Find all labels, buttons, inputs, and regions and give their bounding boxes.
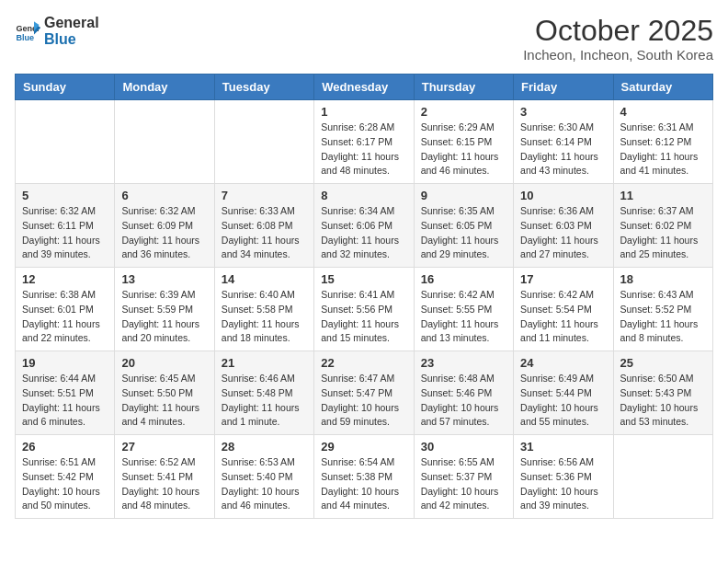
calendar-cell: 14Sunrise: 6:40 AMSunset: 5:58 PMDayligh… bbox=[214, 268, 313, 351]
day-number: 25 bbox=[620, 356, 706, 370]
day-number: 2 bbox=[421, 105, 506, 119]
logo-icon: General Blue bbox=[15, 18, 40, 44]
calendar-cell: 1Sunrise: 6:28 AMSunset: 6:17 PMDaylight… bbox=[314, 100, 414, 184]
day-info: Sunrise: 6:55 AMSunset: 5:37 PMDaylight:… bbox=[421, 455, 506, 513]
calendar-week-2: 5Sunrise: 6:32 AMSunset: 6:11 PMDaylight… bbox=[16, 184, 713, 268]
weekday-header-tuesday: Tuesday bbox=[214, 75, 313, 100]
month-title: October 2025 bbox=[523, 15, 713, 47]
calendar-cell: 7Sunrise: 6:33 AMSunset: 6:08 PMDaylight… bbox=[214, 184, 313, 268]
calendar-cell: 16Sunrise: 6:42 AMSunset: 5:55 PMDayligh… bbox=[414, 268, 513, 351]
day-info: Sunrise: 6:50 AMSunset: 5:43 PMDaylight:… bbox=[620, 372, 706, 430]
weekday-header-thursday: Thursday bbox=[414, 75, 513, 100]
weekday-header-sunday: Sunday bbox=[16, 75, 115, 100]
calendar-week-3: 12Sunrise: 6:38 AMSunset: 6:01 PMDayligh… bbox=[16, 268, 713, 351]
calendar-cell: 31Sunrise: 6:56 AMSunset: 5:36 PMDayligh… bbox=[514, 435, 613, 519]
calendar-cell: 18Sunrise: 6:43 AMSunset: 5:52 PMDayligh… bbox=[613, 268, 712, 351]
day-info: Sunrise: 6:39 AMSunset: 5:59 PMDaylight:… bbox=[121, 288, 207, 346]
day-info: Sunrise: 6:34 AMSunset: 6:06 PMDaylight:… bbox=[321, 204, 406, 262]
calendar-cell bbox=[214, 100, 313, 184]
day-number: 7 bbox=[222, 189, 307, 202]
calendar-body: 1Sunrise: 6:28 AMSunset: 6:17 PMDaylight… bbox=[16, 100, 713, 519]
calendar-cell: 11Sunrise: 6:37 AMSunset: 6:02 PMDayligh… bbox=[613, 184, 712, 268]
calendar-cell: 15Sunrise: 6:41 AMSunset: 5:56 PMDayligh… bbox=[314, 268, 414, 351]
day-number: 20 bbox=[121, 356, 207, 370]
day-number: 30 bbox=[421, 440, 506, 454]
calendar-cell: 26Sunrise: 6:51 AMSunset: 5:42 PMDayligh… bbox=[16, 435, 115, 519]
calendar-cell: 29Sunrise: 6:54 AMSunset: 5:38 PMDayligh… bbox=[314, 435, 414, 519]
calendar-cell: 8Sunrise: 6:34 AMSunset: 6:06 PMDaylight… bbox=[314, 184, 414, 268]
calendar-cell: 4Sunrise: 6:31 AMSunset: 6:12 PMDaylight… bbox=[613, 100, 712, 184]
day-info: Sunrise: 6:54 AMSunset: 5:38 PMDaylight:… bbox=[321, 455, 406, 513]
calendar-cell bbox=[115, 100, 214, 184]
day-info: Sunrise: 6:29 AMSunset: 6:15 PMDaylight:… bbox=[421, 121, 506, 178]
day-number: 19 bbox=[22, 356, 108, 370]
day-number: 23 bbox=[421, 356, 506, 370]
day-number: 31 bbox=[520, 440, 606, 454]
calendar-cell: 5Sunrise: 6:32 AMSunset: 6:11 PMDaylight… bbox=[16, 184, 115, 268]
day-number: 13 bbox=[121, 272, 207, 286]
day-info: Sunrise: 6:36 AMSunset: 6:03 PMDaylight:… bbox=[520, 204, 606, 262]
calendar-cell: 19Sunrise: 6:44 AMSunset: 5:51 PMDayligh… bbox=[16, 351, 115, 435]
day-info: Sunrise: 6:37 AMSunset: 6:02 PMDaylight:… bbox=[620, 204, 706, 262]
calendar-cell: 21Sunrise: 6:46 AMSunset: 5:48 PMDayligh… bbox=[214, 351, 313, 435]
weekday-header-friday: Friday bbox=[514, 75, 613, 100]
logo: General Blue General Blue bbox=[15, 15, 99, 47]
day-info: Sunrise: 6:43 AMSunset: 5:52 PMDaylight:… bbox=[620, 288, 706, 346]
calendar-cell: 24Sunrise: 6:49 AMSunset: 5:44 PMDayligh… bbox=[514, 351, 613, 435]
day-info: Sunrise: 6:32 AMSunset: 6:11 PMDaylight:… bbox=[22, 204, 108, 262]
day-number: 9 bbox=[421, 189, 506, 202]
day-number: 29 bbox=[321, 440, 406, 454]
day-info: Sunrise: 6:42 AMSunset: 5:55 PMDaylight:… bbox=[421, 288, 506, 346]
calendar-cell: 9Sunrise: 6:35 AMSunset: 6:05 PMDaylight… bbox=[414, 184, 513, 268]
svg-text:Blue: Blue bbox=[16, 32, 34, 41]
day-info: Sunrise: 6:48 AMSunset: 5:46 PMDaylight:… bbox=[421, 372, 506, 430]
day-number: 15 bbox=[321, 272, 406, 286]
day-info: Sunrise: 6:40 AMSunset: 5:58 PMDaylight:… bbox=[222, 288, 307, 346]
day-number: 18 bbox=[620, 272, 706, 286]
day-info: Sunrise: 6:28 AMSunset: 6:17 PMDaylight:… bbox=[321, 121, 406, 178]
calendar-week-5: 26Sunrise: 6:51 AMSunset: 5:42 PMDayligh… bbox=[16, 435, 713, 519]
calendar-cell: 23Sunrise: 6:48 AMSunset: 5:46 PMDayligh… bbox=[414, 351, 513, 435]
logo-blue: Blue bbox=[44, 31, 99, 48]
day-info: Sunrise: 6:38 AMSunset: 6:01 PMDaylight:… bbox=[22, 288, 108, 346]
day-number: 27 bbox=[121, 440, 207, 454]
day-number: 12 bbox=[22, 272, 108, 286]
day-info: Sunrise: 6:49 AMSunset: 5:44 PMDaylight:… bbox=[520, 372, 606, 430]
calendar-cell: 20Sunrise: 6:45 AMSunset: 5:50 PMDayligh… bbox=[115, 351, 214, 435]
day-info: Sunrise: 6:53 AMSunset: 5:40 PMDaylight:… bbox=[222, 455, 307, 513]
calendar-cell: 25Sunrise: 6:50 AMSunset: 5:43 PMDayligh… bbox=[613, 351, 712, 435]
day-number: 28 bbox=[222, 440, 307, 454]
day-info: Sunrise: 6:41 AMSunset: 5:56 PMDaylight:… bbox=[321, 288, 406, 346]
calendar-cell bbox=[613, 435, 712, 519]
day-number: 24 bbox=[520, 356, 606, 370]
title-area: October 2025 Incheon, Incheon, South Kor… bbox=[523, 15, 713, 63]
day-info: Sunrise: 6:51 AMSunset: 5:42 PMDaylight:… bbox=[22, 455, 108, 513]
day-info: Sunrise: 6:31 AMSunset: 6:12 PMDaylight:… bbox=[620, 121, 706, 178]
calendar-cell: 22Sunrise: 6:47 AMSunset: 5:47 PMDayligh… bbox=[314, 351, 414, 435]
day-number: 17 bbox=[520, 272, 606, 286]
calendar-cell: 28Sunrise: 6:53 AMSunset: 5:40 PMDayligh… bbox=[214, 435, 313, 519]
header: General Blue General Blue October 2025 I… bbox=[15, 15, 713, 63]
day-info: Sunrise: 6:44 AMSunset: 5:51 PMDaylight:… bbox=[22, 372, 108, 430]
calendar-cell: 2Sunrise: 6:29 AMSunset: 6:15 PMDaylight… bbox=[414, 100, 513, 184]
logo-general: General bbox=[44, 15, 99, 31]
day-number: 1 bbox=[321, 105, 406, 119]
day-number: 14 bbox=[222, 272, 307, 286]
day-info: Sunrise: 6:47 AMSunset: 5:47 PMDaylight:… bbox=[321, 372, 406, 430]
day-number: 4 bbox=[620, 105, 706, 119]
day-info: Sunrise: 6:52 AMSunset: 5:41 PMDaylight:… bbox=[121, 455, 207, 513]
day-number: 10 bbox=[520, 189, 606, 202]
day-number: 11 bbox=[620, 189, 706, 202]
weekday-header-wednesday: Wednesday bbox=[314, 75, 414, 100]
calendar-cell: 13Sunrise: 6:39 AMSunset: 5:59 PMDayligh… bbox=[115, 268, 214, 351]
day-info: Sunrise: 6:32 AMSunset: 6:09 PMDaylight:… bbox=[121, 204, 207, 262]
weekday-header-saturday: Saturday bbox=[613, 75, 712, 100]
day-number: 8 bbox=[321, 189, 406, 202]
day-info: Sunrise: 6:46 AMSunset: 5:48 PMDaylight:… bbox=[222, 372, 307, 430]
day-number: 16 bbox=[421, 272, 506, 286]
calendar-week-4: 19Sunrise: 6:44 AMSunset: 5:51 PMDayligh… bbox=[16, 351, 713, 435]
weekday-header-monday: Monday bbox=[115, 75, 214, 100]
calendar-cell: 27Sunrise: 6:52 AMSunset: 5:41 PMDayligh… bbox=[115, 435, 214, 519]
day-info: Sunrise: 6:35 AMSunset: 6:05 PMDaylight:… bbox=[421, 204, 506, 262]
day-info: Sunrise: 6:56 AMSunset: 5:36 PMDaylight:… bbox=[520, 455, 606, 513]
